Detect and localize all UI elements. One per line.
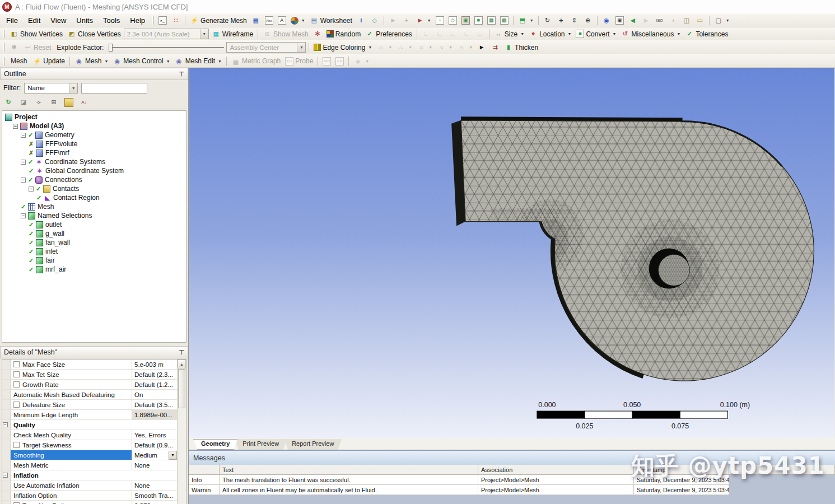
details-value[interactable]: Default (1.2...: [132, 380, 177, 389]
details-row-max-face-size[interactable]: Max Face Size5.e-003 m: [2, 360, 177, 370]
close-vertices-button[interactable]: ◩Close Vertices: [66, 29, 123, 39]
menu-view[interactable]: View: [46, 15, 71, 26]
chevron-down-icon[interactable]: ▼: [104, 59, 108, 63]
extend-selection-icon[interactable]: ⬒▼: [516, 16, 535, 26]
details-value[interactable]: 5.e-003 m: [132, 360, 177, 369]
details-label[interactable]: Target Skewness: [11, 440, 132, 450]
chevron-down-icon[interactable]: ▼: [297, 43, 305, 52]
details-label[interactable]: Check Mesh Quality: [11, 430, 132, 440]
tree-item-fan-wall[interactable]: ✓fan_wall: [2, 238, 186, 247]
mesh-edit-dropdown[interactable]: ◉Mesh Edit▼: [173, 56, 223, 66]
assembly-center-combo[interactable]: Assembly Center▼: [226, 42, 306, 53]
explode-view-icon[interactable]: ✻: [311, 29, 324, 39]
edge-direction-k-icon[interactable]: /k▼: [455, 43, 474, 53]
wireframe-button[interactable]: ▦Wireframe: [210, 29, 255, 39]
details-row-minimum-edge-length[interactable]: Minimum Edge Length1.8989e-00...: [2, 410, 177, 420]
ruler-icon[interactable]: ▭: [694, 16, 706, 26]
section-collapse-icon[interactable]: −: [3, 473, 8, 478]
magnifier-icon[interactable]: ◉: [600, 16, 613, 26]
tree-item-model-a3-[interactable]: −Model (A3): [2, 122, 186, 130]
text-icon[interactable]: A: [276, 16, 288, 25]
tree-item-outlet[interactable]: ✓outlet: [2, 220, 186, 229]
message-row[interactable]: WarninAll cell zones in Fluent may be au…: [189, 485, 835, 495]
chevron-down-icon[interactable]: ▼: [301, 18, 305, 22]
chevron-down-icon[interactable]: ▼: [677, 32, 680, 36]
update-button[interactable]: ⚡Update: [31, 56, 67, 66]
tree-item-geometry[interactable]: −✓Geometry: [2, 130, 186, 139]
refresh-outline-icon[interactable]: ↻: [2, 97, 15, 108]
generate-mesh-button[interactable]: ⚡Generate Mesh: [188, 16, 249, 26]
checkbox[interactable]: [13, 361, 20, 367]
annotation-icon-3[interactable]: ∟: [447, 29, 459, 39]
details-scrollbar[interactable]: ▲: [177, 360, 186, 504]
show-vertices-button[interactable]: ◧Show Vertices: [8, 29, 64, 39]
zoom-box-icon[interactable]: ▣: [614, 16, 626, 25]
details-value[interactable]: On: [132, 390, 177, 399]
tree-expander-icon[interactable]: −: [21, 160, 26, 165]
tolerances-button[interactable]: ✓Tolerances: [683, 29, 730, 39]
select-element-icon[interactable]: ▩: [498, 16, 510, 25]
tag-icon[interactable]: ◇: [368, 16, 381, 26]
details-value[interactable]: 1.8989e-00...: [132, 410, 177, 419]
pin-icon[interactable]: ⊤: [179, 71, 184, 78]
chevron-down-icon[interactable]: ▼: [428, 45, 432, 49]
details-label[interactable]: Inflation Option: [11, 491, 132, 500]
named-selection-display-icon[interactable]: ◆▼: [352, 56, 371, 66]
chevron-down-icon[interactable]: ▼: [408, 45, 412, 49]
details-label[interactable]: Transition Ratio: [11, 501, 132, 504]
tree-item-coordinate-systems[interactable]: −✓✶Coordinate Systems: [2, 157, 186, 166]
mesh-dropdown[interactable]: ◉Mesh▼: [73, 56, 110, 66]
tree-expander-icon[interactable]: −: [21, 178, 26, 183]
details-row-inflation[interactable]: −Inflation: [2, 470, 177, 480]
select-vertex-icon[interactable]: ▫: [434, 16, 446, 25]
annotation-icon-5[interactable]: ∟: [474, 29, 486, 39]
miscellaneous-dropdown[interactable]: ↺Miscellaneous▼: [619, 29, 682, 39]
select-mode-icon[interactable]: ►▼: [414, 16, 433, 26]
details-row-transition-ratio[interactable]: Transition Ratio0.272: [2, 501, 177, 504]
tree-item-inlet[interactable]: ✓inlet: [2, 247, 186, 256]
worksheet-button[interactable]: ▤Worksheet: [308, 16, 354, 26]
tree-expander-icon[interactable]: −: [13, 124, 18, 129]
details-label[interactable]: Minimum Edge Length: [11, 410, 132, 419]
details-row-automatic-mesh-based-defeaturing[interactable]: Automatic Mesh Based DefeaturingOn: [2, 390, 177, 400]
tab-geometry[interactable]: Geometry: [193, 439, 237, 450]
menu-tools[interactable]: Tools: [99, 15, 124, 26]
details-row-mesh-metric[interactable]: Mesh MetricNone: [2, 460, 177, 470]
viewports-icon[interactable]: ▢▼: [712, 16, 731, 26]
details-value[interactable]: Default (0.9...: [132, 440, 177, 450]
folder-icon[interactable]: [63, 97, 75, 108]
tree-item-contacts[interactable]: −✓Contacts: [2, 184, 186, 193]
edge-direction-3-icon[interactable]: /3▼: [435, 43, 454, 53]
annotation-icon-4[interactable]: ∟: [460, 29, 473, 39]
chevron-down-icon[interactable]: ▼: [368, 45, 372, 49]
chevron-down-icon[interactable]: ▼: [69, 83, 77, 93]
tree-item-mesh[interactable]: ✓Mesh: [2, 202, 186, 211]
details-label[interactable]: Inflation: [11, 470, 177, 480]
details-label[interactable]: Mesh Metric: [11, 460, 132, 470]
checkbox[interactable]: [13, 402, 20, 408]
dock-icon[interactable]: ∷: [170, 16, 182, 26]
tree-item-global-coordinate-system[interactable]: ✓✶Global Coordinate System: [2, 166, 186, 175]
checkbox[interactable]: [13, 381, 20, 388]
min-annotation-icon[interactable]: MIN: [334, 57, 346, 66]
console-icon[interactable]: ▸_: [157, 16, 169, 25]
max-annotation-icon[interactable]: MAX: [321, 57, 333, 66]
menu-help[interactable]: Help: [125, 15, 150, 26]
select-body-icon[interactable]: ■: [473, 16, 484, 25]
tree-item-named-selections[interactable]: −Named Selections: [2, 211, 186, 220]
rotate-icon[interactable]: ↻: [542, 16, 554, 26]
details-value[interactable]: None: [132, 480, 177, 490]
chevron-down-icon[interactable]: ▼: [726, 18, 730, 22]
chevron-down-icon[interactable]: ▼: [520, 32, 524, 36]
details-row-target-skewness[interactable]: Target SkewnessDefault (0.9...: [2, 440, 177, 450]
tree-item-mrf-air[interactable]: ✓mrf_air: [2, 265, 186, 274]
details-label[interactable]: Quality: [11, 420, 177, 430]
details-row-growth-rate[interactable]: Growth RateDefault (1.2...: [2, 380, 177, 390]
details-row-defeature-size[interactable]: Defeature SizeDefault (3.5...: [2, 400, 177, 410]
size-dropdown[interactable]: ↔Size▼: [492, 29, 526, 39]
chevron-down-icon[interactable]: ▼: [449, 45, 453, 49]
zoom-in-icon[interactable]: ⊕: [582, 16, 594, 26]
edge-coloring-dropdown[interactable]: Edge Coloring▼: [312, 43, 374, 52]
tree-item-contact-region[interactable]: ✓◣Contact Region: [2, 193, 186, 202]
details-label[interactable]: Max Face Size: [11, 360, 132, 369]
